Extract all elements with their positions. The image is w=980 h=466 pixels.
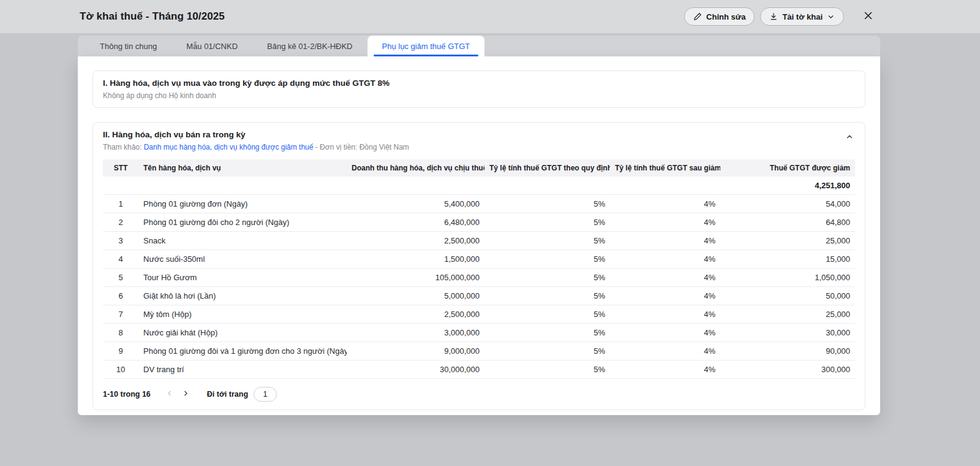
tab-bang-ke-01-2[interactable]: Bảng kê 01-2/BK-HĐKD [252,36,367,56]
tab-thong-tin-chung[interactable]: Thông tin chung [85,36,172,56]
table-cell: 15,000 [720,250,855,269]
table-row: 4Nước suối-350ml1,500,0005%4%15,000 [103,250,855,269]
table-cell: Mỳ tôm (Hộp) [138,305,347,324]
table-cell: 5% [484,213,610,232]
goods-table-head: STT Tên hàng hóa, dịch vụ Doanh thu hàng… [103,159,855,177]
header-row: STT Tên hàng hóa, dịch vụ Doanh thu hàng… [103,159,855,177]
edit-button-label: Chỉnh sửa [706,12,745,21]
table-cell: 4% [610,269,720,287]
tab-phu-luc-giam-thue-gtgt[interactable]: Phụ lục giảm thuế GTGT [368,36,485,56]
goto-page-label: Đi tới trang [207,390,248,399]
tab-mau-01-cnkd[interactable]: Mẫu 01/CNKD [172,36,252,56]
next-page-button[interactable] [181,388,191,400]
col-header-thue-duoc-giam: Thuế GTGT được giảm [720,159,855,177]
pencil-icon [693,12,702,21]
table-cell: 3,000,000 [347,324,484,342]
table-row: 8Nước giải khát (Hộp)3,000,0005%4%30,000 [103,324,855,342]
table-cell: 64,800 [720,213,855,232]
table-cell: 5% [484,342,610,361]
table-cell: 4% [610,324,720,342]
table-cell: 5% [484,269,610,287]
section1-title: I. Hàng hóa, dịch vụ mua vào trong kỳ đư… [103,78,855,88]
goto-page-input[interactable] [254,387,277,402]
table-cell: Phòng 01 giường đôi và 1 giường đơn cho … [138,342,347,361]
table-cell: 8 [103,324,138,342]
table-cell: 5% [484,361,610,379]
table-row: 7Mỳ tôm (Hộp)2,500,0005%4%25,000 [103,305,855,324]
table-cell: 105,000,000 [347,269,484,287]
section2-header: II. Hàng hóa, dịch vụ bán ra trong kỳ Th… [103,130,855,151]
table-cell: 5 [103,269,138,287]
table-row: 3Snack2,500,0005%4%25,000 [103,232,855,250]
chevron-right-icon [182,389,190,399]
table-cell: 2 [103,213,138,232]
page-title: Tờ khai thuế - Tháng 10/2025 [80,10,225,23]
section2-titles: II. Hàng hóa, dịch vụ bán ra trong kỳ Th… [103,130,409,151]
close-icon [863,10,873,23]
reference-prefix: Tham khảo: [103,143,144,151]
table-cell: 4% [610,361,720,379]
col-header-ty-le-quy-dinh: Tỷ lệ tính thuế GTGT theo quy định [484,159,610,177]
table-cell: 5% [484,324,610,342]
section-sold-goods: II. Hàng hóa, dịch vụ bán ra trong kỳ Th… [92,122,865,410]
table-cell: 5% [484,232,610,250]
section-purchased-goods: I. Hàng hóa, dịch vụ mua vào trong kỳ đư… [92,71,865,108]
table-cell: 4% [610,250,720,269]
table-cell: 30,000,000 [347,361,484,379]
chevron-left-icon [165,389,173,399]
table-cell [138,177,347,195]
table-cell: Phòng 01 giường đôi cho 2 người (Ngày) [138,213,347,232]
table-row: 5Tour Hồ Gươm105,000,0005%4%1,050,000 [103,269,855,287]
table-cell: 4,251,800 [720,177,855,195]
table-cell: 4% [610,305,720,324]
download-declaration-button[interactable]: Tải tờ khai [760,7,844,26]
table-row: 1Phòng 01 giường đơn (Ngày)5,400,0005%4%… [103,195,855,213]
table-cell: 5% [484,305,610,324]
table-cell: 2,500,000 [347,232,484,250]
table-cell: Snack [138,232,347,250]
collapse-section-button[interactable] [844,131,855,144]
table-cell: 1,050,000 [720,269,855,287]
table-cell: 4% [610,342,720,361]
tab-bar: Thông tin chung Mẫu 01/CNKD Bảng kê 01-2… [78,36,880,56]
table-cell: 5,000,000 [347,287,484,305]
previous-page-button[interactable] [164,388,175,400]
table-cell: 50,000 [720,287,855,305]
table-cell: 25,000 [720,305,855,324]
table-cell: 3 [103,232,138,250]
table-row: 9Phòng 01 giường đôi và 1 giường đơn cho… [103,342,855,361]
chevron-up-icon [845,134,854,143]
table-cell: 54,000 [720,195,855,213]
table-cell [103,177,138,195]
download-button-label: Tải tờ khai [782,12,823,21]
table-cell: 1 [103,195,138,213]
table-cell [484,177,610,195]
table-cell: Tour Hồ Gươm [138,269,347,287]
table-cell: 6 [103,287,138,305]
table-row: 2Phòng 01 giường đôi cho 2 người (Ngày)6… [103,213,855,232]
table-cell: 25,000 [720,232,855,250]
header-actions: Chỉnh sửa Tải tờ khai [684,7,876,26]
chevron-down-icon [827,13,835,21]
goods-table-body: 4,251,8001Phòng 01 giường đơn (Ngày)5,40… [103,177,855,379]
table-cell [610,177,720,195]
goods-table: STT Tên hàng hóa, dịch vụ Doanh thu hàng… [103,159,855,379]
table-cell: 10 [103,361,138,379]
total-row: 4,251,800 [103,177,855,195]
pagination: 1-10 trong 16 Đi tới trang [103,386,855,402]
table-cell: Nước giải khát (Hộp) [138,324,347,342]
table-cell: DV trang trí [138,361,347,379]
table-cell: 9,000,000 [347,342,484,361]
table-cell: 300,000 [720,361,855,379]
modal-header: Tờ khai thuế - Tháng 10/2025 Chỉnh sửa T… [0,0,980,33]
table-cell: Giặt khô là hơi (Lần) [138,287,347,305]
close-button[interactable] [861,8,876,25]
edit-button[interactable]: Chỉnh sửa [684,7,755,26]
declaration-dialog: Thông tin chung Mẫu 01/CNKD Bảng kê 01-2… [78,36,880,415]
table-row: 6Giặt khô là hơi (Lần)5,000,0005%4%50,00… [103,287,855,305]
table-cell: 7 [103,305,138,324]
excluded-goods-link[interactable]: Danh mục hàng hóa, dịch vụ không được gi… [144,143,314,151]
table-cell: 5% [484,195,610,213]
col-header-doanh-thu: Doanh thu hàng hóa, dịch vụ chịu thuế [347,159,484,177]
table-cell: 4 [103,250,138,269]
